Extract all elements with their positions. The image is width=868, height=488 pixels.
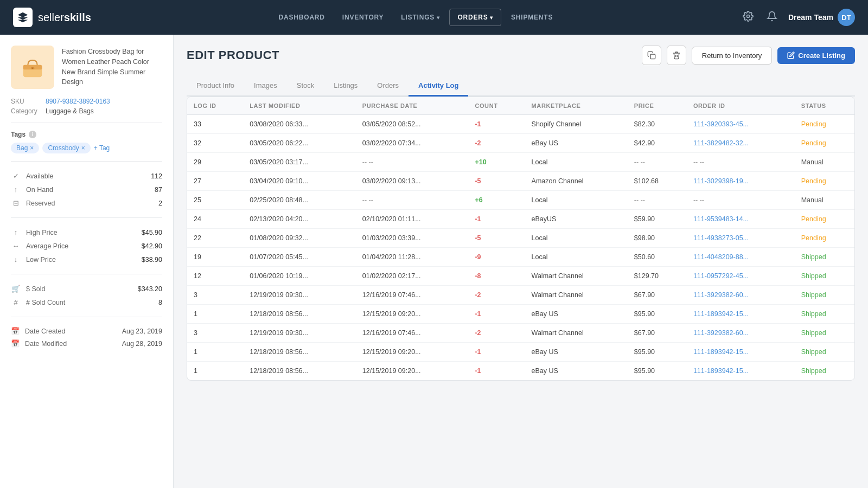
dates-section: 📅 Date Created Aug 23, 2019 📅 Date Modif… [11,325,162,350]
th-purchase-date: PURCHASE DATE [356,97,469,115]
order-id-link[interactable]: 111-3829482-32... [693,139,749,147]
order-id-dash: -- -- [693,196,704,204]
cell-price: $50.60 [628,248,687,267]
logo[interactable]: sellerskills [13,8,91,27]
table-row: 25 02/25/2020 08:48... -- -- +6 Local --… [187,191,854,210]
cell-log-id: 12 [187,267,243,286]
cell-count: -1 [468,210,525,229]
stats-section: ✓ Available 112 ↑ On Hand 87 ⊟ Reserved … [11,169,162,210]
nav-inventory[interactable]: INVENTORY [335,9,392,25]
nav-dashboard[interactable]: DASHBOARD [271,9,333,25]
cell-status: Shipped [795,248,854,267]
cell-purchase-date: -- -- [356,191,469,210]
cell-price: -- -- [628,153,687,172]
cell-purchase-date: 03/02/2020 09:13... [356,172,469,191]
remove-crossbody-tag[interactable]: × [81,144,85,152]
nav-shipments[interactable]: SHIPMENTS [503,9,560,25]
cell-order-id: 111-3920393-45... [687,115,795,134]
stat-dollar-sold: 🛒 $ Sold $343.20 [11,282,162,296]
cell-price: $129.70 [628,267,687,286]
delete-button[interactable] [667,46,686,65]
order-id-link[interactable]: 111-4938273-05... [693,234,749,242]
user-badge: Dream Team DT [788,9,855,26]
create-listing-button[interactable]: Create Listing [777,47,855,64]
add-tag-btn[interactable]: + Tag [94,144,110,152]
price-stats-section: ↑ High Price $45.90 ↔ Average Price $42.… [11,226,162,266]
available-label: Available [26,172,145,180]
order-id-link[interactable]: 111-4048209-88... [693,253,749,261]
high-price-label: High Price [26,229,136,236]
order-id-link[interactable]: 111-3029398-19... [693,177,749,185]
price-value: $98.90 [634,234,655,242]
reserved-icon: ⊟ [11,199,21,207]
avatar: DT [838,9,855,26]
price-value: $95.90 [634,348,655,356]
nav-listings[interactable]: LISTINGS [393,9,447,25]
cell-last-modified: 02/25/2020 08:48... [243,191,356,210]
tab-orders[interactable]: Orders [367,76,409,97]
purchase-date-value: 01/02/2020 02:17... [362,272,421,280]
tab-activity-log[interactable]: Activity Log [409,76,468,97]
cell-order-id: 111-3929382-60... [687,324,795,343]
logo-text: sellerskills [38,11,91,24]
onhand-label: On Hand [26,186,149,194]
tab-images[interactable]: Images [244,76,287,97]
tag-crossbody[interactable]: Crossbody × [42,143,90,153]
th-last-modified: LAST MODIFIED [243,97,356,115]
cell-order-id: 111-4938273-05... [687,229,795,248]
tab-product-info[interactable]: Product Info [187,76,244,97]
nav-orders[interactable]: ORDERS [449,9,501,26]
purchase-date-value: 03/02/2020 09:13... [362,177,421,185]
order-id-link[interactable]: 111-1893942-15... [693,367,749,375]
return-to-inventory-button[interactable]: Return to Inventory [692,47,773,65]
purchase-date-value: 01/04/2020 11:28... [362,253,421,261]
notifications-icon-btn[interactable] [764,9,780,27]
cell-marketplace: eBay US [525,134,628,153]
cell-log-id: 25 [187,191,243,210]
cell-price: $67.90 [628,286,687,305]
cell-log-id: 32 [187,134,243,153]
table-row: 24 02/13/2020 04:20... 02/10/2020 01:11.… [187,210,854,229]
tags-section: Tags i Bag × Crossbody × + Tag [11,131,162,153]
order-id-link[interactable]: 111-3929382-60... [693,329,749,337]
remove-bag-tag[interactable]: × [30,144,34,152]
cell-count: -2 [468,134,525,153]
order-id-link[interactable]: 111-1893942-15... [693,310,749,318]
cell-status: Shipped [795,343,854,362]
tab-stock[interactable]: Stock [287,76,324,97]
purchase-date-value: 03/02/2020 07:34... [362,139,421,147]
order-id-link[interactable]: 111-3929382-60... [693,291,749,299]
cell-log-id: 22 [187,229,243,248]
cell-count: -8 [468,267,525,286]
order-id-link[interactable]: 111-1893942-15... [693,348,749,356]
cell-log-id: 24 [187,210,243,229]
table-row: 33 03/08/2020 06:33... 03/05/2020 08:52.… [187,115,854,134]
cell-last-modified: 12/18/2019 08:56... [243,343,356,362]
price-dash: -- -- [634,158,645,166]
th-log-id: LOG ID [187,97,243,115]
date-modified-value: Aug 28, 2019 [122,340,162,348]
cell-status: Manual [795,191,854,210]
date-created-value: Aug 23, 2019 [122,328,162,335]
date-created-label: Date Created [25,328,117,335]
header-actions: Return to Inventory Create Listing [642,46,855,65]
cell-price: $59.90 [628,210,687,229]
tab-listings[interactable]: Listings [324,76,367,97]
th-marketplace: MARKETPLACE [525,97,628,115]
avg-price-label: Average Price [26,242,136,250]
copy-button[interactable] [642,46,661,65]
price-value: $42.90 [634,139,655,147]
sold-count-label: # Sold Count [26,299,153,306]
purchase-date-value: 12/16/2019 07:46... [362,291,421,299]
order-id-link[interactable]: 111-9539483-14... [693,215,749,223]
cell-order-id: 111-4048209-88... [687,248,795,267]
cell-marketplace: Local [525,153,628,172]
available-value: 112 [151,172,162,180]
stat-low-price: ↓ Low Price $38.90 [11,253,162,266]
cell-price: $67.90 [628,324,687,343]
settings-icon-btn[interactable] [741,9,756,27]
tag-bag[interactable]: Bag × [11,143,39,153]
order-id-link[interactable]: 111-0957292-45... [693,272,749,280]
table-row: 1 12/18/2019 08:56... 12/15/2019 09:20..… [187,305,854,324]
order-id-link[interactable]: 111-3920393-45... [693,120,749,128]
